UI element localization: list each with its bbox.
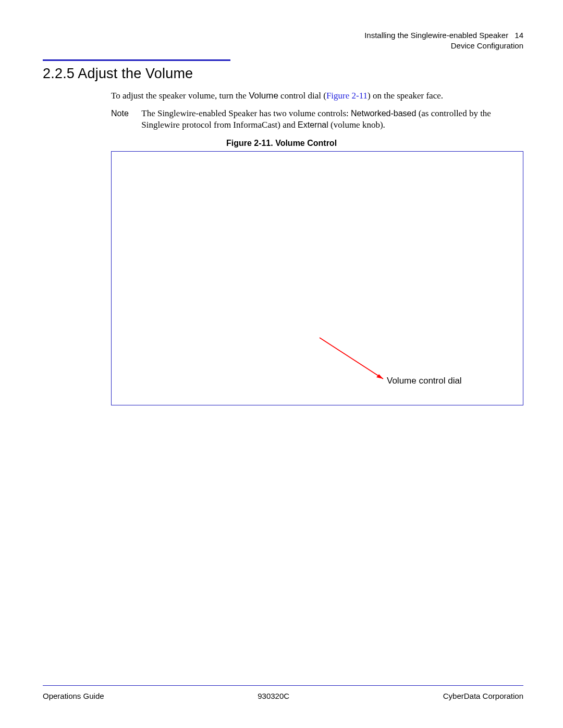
note-text: (volume knob). bbox=[328, 120, 385, 130]
footer-right: CyberData Corporation bbox=[443, 692, 523, 700]
header-page-number: 14 bbox=[515, 31, 523, 40]
note-body: The Singlewire-enabled Speaker has two v… bbox=[141, 108, 522, 131]
footer-center: 930320C bbox=[258, 692, 289, 700]
figure-box bbox=[111, 151, 523, 405]
section-rule bbox=[43, 59, 230, 61]
body-text: control dial ( bbox=[278, 91, 326, 101]
body-text: ) on the speaker face. bbox=[368, 91, 443, 101]
note-block: Note The Singlewire-enabled Speaker has … bbox=[111, 108, 523, 131]
section-number: 2.2.5 bbox=[43, 66, 75, 81]
instruction-paragraph: To adjust the speaker volume, turn the V… bbox=[111, 90, 523, 102]
page: Installing the Singlewire-enabled Speake… bbox=[0, 0, 563, 728]
section-heading: 2.2.5 Adjust the Volume bbox=[43, 66, 193, 82]
figure-caption: Figure 2-11. Volume Control bbox=[0, 139, 563, 148]
footer-rule bbox=[43, 685, 523, 686]
body-text: To adjust the speaker volume, turn the bbox=[111, 91, 249, 101]
note-text: The Singlewire-enabled Speaker has two v… bbox=[141, 108, 351, 118]
networked-based-term: Networked-based bbox=[351, 109, 416, 118]
callout-label: Volume control dial bbox=[387, 376, 462, 386]
figure-reference-link[interactable]: Figure 2-11 bbox=[326, 91, 368, 101]
section-title-text: Adjust the Volume bbox=[78, 66, 193, 81]
header-line-1: Installing the Singlewire-enabled Speake… bbox=[364, 30, 523, 41]
header-chapter-title: Installing the Singlewire-enabled Speake… bbox=[364, 31, 508, 40]
running-header: Installing the Singlewire-enabled Speake… bbox=[364, 30, 523, 51]
external-term: External bbox=[298, 120, 328, 129]
note-label: Note bbox=[111, 108, 139, 119]
volume-term: Volume bbox=[249, 91, 278, 101]
header-line-2: Device Configuration bbox=[364, 41, 523, 51]
page-footer: Operations Guide 930320C CyberData Corpo… bbox=[43, 692, 523, 700]
footer-left: Operations Guide bbox=[43, 692, 104, 700]
